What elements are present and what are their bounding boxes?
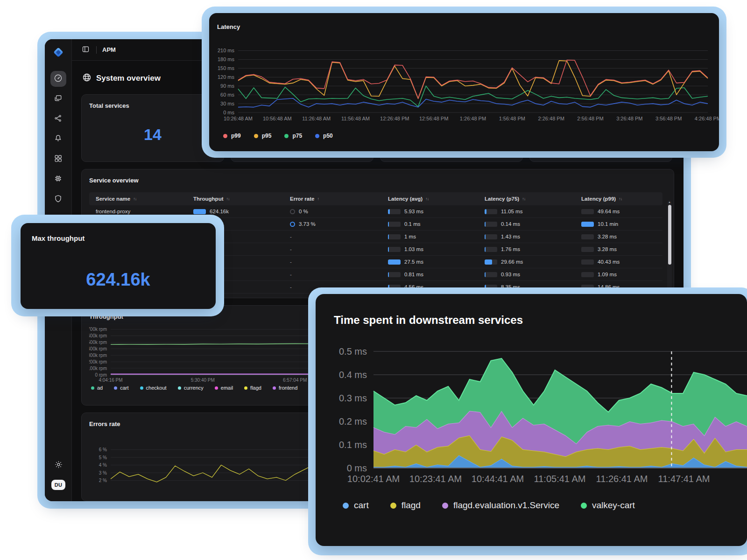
legend-item[interactable]: flagd.evaluation.v1.Service — [442, 500, 559, 511]
column-header[interactable]: Throughput↑↓ — [187, 196, 283, 202]
cell-latency-avg: 0.1 ms — [381, 221, 478, 227]
legend-item[interactable]: valkey-cart — [581, 500, 635, 511]
timespent-panel: Time spent in downstream services 0 ms0.… — [316, 294, 747, 546]
svg-text:700k rpm: 700k rpm — [89, 327, 107, 332]
column-header[interactable]: Latency (p99)↑↓ — [575, 196, 662, 202]
sidebar-item-infrastructure[interactable] — [50, 171, 66, 187]
sidebar-item-alerts[interactable] — [50, 131, 66, 147]
legend-dot-icon — [254, 134, 258, 138]
legend-label: ad — [97, 385, 103, 391]
cell-latency-p99: 10.1 min — [575, 221, 662, 227]
cell-latency-p75: 1.43 ms — [478, 234, 575, 239]
legend-label: frontend — [279, 385, 297, 391]
cell-latency-avg: 1 ms — [381, 234, 478, 239]
svg-text:10:02:41 AM: 10:02:41 AM — [347, 474, 400, 484]
devices-icon — [54, 94, 63, 104]
table-scrollbar-thumb[interactable] — [668, 205, 671, 265]
latency-bar — [581, 247, 594, 252]
svg-text:200k rpm: 200k rpm — [89, 359, 107, 364]
column-header[interactable]: Service name↑↓ — [89, 196, 187, 202]
legend-label: cart — [354, 500, 369, 511]
legend-label: valkey-cart — [592, 500, 635, 511]
cell-latency-p75: 0.14 ms — [478, 221, 575, 227]
legend-item[interactable]: p95 — [254, 133, 272, 139]
latency-bar — [388, 234, 401, 239]
svg-text:0 ms: 0 ms — [223, 110, 234, 115]
page-title-text: System overview — [96, 74, 161, 83]
latency-bar — [485, 222, 497, 227]
latency-bar — [581, 222, 594, 227]
settings-button[interactable] — [51, 458, 65, 472]
legend-item[interactable]: p75 — [284, 133, 302, 139]
legend-dot-icon — [114, 386, 117, 390]
table-scrollbar[interactable]: ▲ ▼ — [667, 200, 672, 294]
sidebar-item-services[interactable] — [50, 91, 66, 107]
legend-label: p95 — [262, 133, 272, 139]
svg-text:100k rpm: 100k rpm — [89, 366, 107, 371]
globe-icon — [82, 73, 92, 84]
latency-bar — [581, 259, 594, 265]
legend-dot-icon — [244, 386, 247, 390]
column-header[interactable]: Latency (avg)↑↓ — [381, 196, 478, 202]
svg-text:4 %: 4 % — [99, 462, 107, 468]
sidebar-item-traces[interactable] — [50, 111, 66, 127]
legend-dot-icon — [284, 134, 289, 138]
svg-text:11:26:41 AM: 11:26:41 AM — [596, 474, 648, 484]
legend-item[interactable]: email — [215, 385, 233, 391]
legend-label: flagd.evaluation.v1.Service — [453, 500, 559, 511]
legend-dot-icon — [390, 503, 396, 509]
column-header[interactable]: Latency (p75)↑↓ — [478, 196, 575, 202]
cell-latency-avg: 1.03 ms — [381, 246, 478, 252]
legend-item[interactable]: ad — [91, 385, 103, 391]
sidebar-nav — [50, 71, 66, 207]
svg-text:2 %: 2 % — [99, 478, 107, 483]
latency-bar — [388, 222, 401, 227]
sidebar-item-security[interactable] — [50, 191, 66, 207]
app-logo-icon[interactable] — [51, 45, 66, 60]
legend-item[interactable]: cart — [114, 385, 128, 391]
column-label: Latency (p75) — [485, 196, 519, 202]
legend-dot-icon — [215, 386, 218, 390]
legend-label: p99 — [231, 133, 241, 139]
max-throughput-card[interactable]: Max throughput 624.16k — [21, 223, 216, 309]
legend-item[interactable]: p50 — [315, 133, 333, 139]
legend-item[interactable]: frontend — [273, 385, 297, 391]
legend-item[interactable]: p99 — [223, 133, 241, 139]
svg-text:3 %: 3 % — [99, 470, 107, 476]
svg-text:4:26:48 PM: 4:26:48 PM — [695, 116, 719, 121]
sort-icon: ↑↓ — [133, 196, 136, 201]
sidebar-item-apm-dashboard[interactable] — [50, 71, 66, 87]
legend-label: p50 — [323, 133, 333, 139]
legend-dot-icon — [273, 386, 276, 390]
column-header[interactable]: Error rate↑ — [283, 196, 381, 202]
cell-latency-avg: 0.81 ms — [381, 272, 478, 277]
legend-item[interactable]: cart — [343, 500, 369, 511]
svg-text:10:56:48 AM: 10:56:48 AM — [263, 116, 292, 121]
scroll-up-icon[interactable]: ▲ — [667, 201, 672, 203]
cell-latency-avg: 27.5 ms — [381, 259, 478, 265]
svg-text:0.2 ms: 0.2 ms — [339, 416, 367, 427]
svg-text:1:56:48 PM: 1:56:48 PM — [499, 116, 525, 121]
legend-dot-icon — [315, 134, 319, 138]
latency-bar — [485, 234, 497, 239]
sidebar-toggle-button[interactable] — [80, 45, 91, 55]
legend-item[interactable]: flagd — [244, 385, 261, 391]
latency-bar — [485, 259, 497, 265]
svg-text:12:56:48 PM: 12:56:48 PM — [419, 116, 448, 121]
panel-toggle-icon — [82, 45, 90, 55]
latency-bar — [485, 247, 497, 252]
legend-item[interactable]: currency — [178, 385, 204, 391]
svg-text:0.1 ms: 0.1 ms — [339, 440, 367, 450]
svg-text:90 ms: 90 ms — [220, 83, 234, 89]
svg-text:0.5 ms: 0.5 ms — [339, 346, 367, 357]
column-label: Latency (p99) — [581, 196, 616, 202]
latency-bar — [581, 272, 594, 277]
timespent-title: Time spent in downstream services — [334, 314, 523, 327]
user-avatar[interactable]: DU — [51, 480, 66, 490]
legend-item[interactable]: flagd — [390, 500, 421, 511]
svg-text:1:26:48 PM: 1:26:48 PM — [460, 116, 486, 121]
latency-bar — [581, 234, 594, 239]
svg-text:10:44:41 AM: 10:44:41 AM — [472, 474, 524, 484]
legend-item[interactable]: checkout — [140, 385, 167, 391]
sidebar-item-dashboards[interactable] — [50, 151, 66, 167]
